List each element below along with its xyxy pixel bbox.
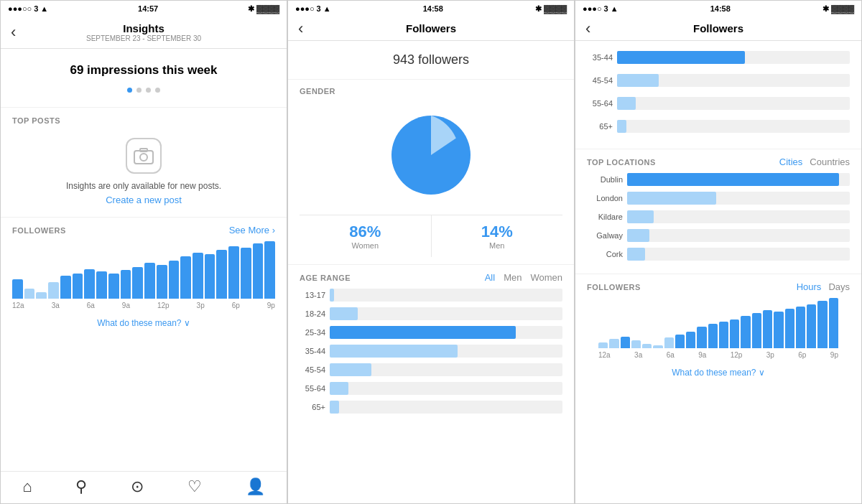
age-bar-row-0: 13-17	[300, 289, 562, 302]
s3-bar-15	[763, 310, 772, 348]
followers-header: FOLLOWERS See More ›	[1, 225, 287, 241]
partial-age-label-0: 35-44	[587, 53, 613, 62]
age-bar-row-5: 55-64	[300, 382, 562, 395]
what-mean-3[interactable]: What do these mean? ∨	[587, 362, 850, 383]
network-3: 3	[604, 4, 608, 13]
bars-1	[12, 241, 275, 299]
age-filter-all[interactable]: All	[485, 272, 495, 283]
age-label-5: 55-64	[300, 384, 325, 393]
home-icon[interactable]: ⌂	[22, 477, 32, 496]
chart-label: 9p	[267, 302, 275, 309]
s3-bar-14	[752, 313, 761, 348]
location-bar-row-4: Cork	[587, 248, 850, 261]
partial-age-section: 35-4445-5455-6465+	[575, 41, 861, 149]
network-1: 3	[34, 4, 38, 13]
age-track-5	[330, 382, 562, 395]
age-bar-row-2: 25-34	[300, 326, 562, 339]
filter-days[interactable]: Days	[828, 281, 850, 292]
svg-point-1	[140, 154, 147, 161]
age-label-6: 65+	[300, 403, 325, 411]
location-fill-4	[627, 248, 645, 261]
s3-chart-label: 9p	[830, 351, 838, 359]
followers-label: FOLLOWERS	[12, 226, 66, 235]
see-more-link[interactable]: See More ›	[229, 225, 275, 235]
back-button-1[interactable]: ‹	[11, 23, 16, 42]
camera-nav-icon[interactable]: ⊙	[131, 477, 144, 496]
s3-bar-5	[653, 345, 662, 348]
men-pct: 14%	[439, 223, 556, 241]
age-range-header: AGE RANGE All Men Women	[300, 272, 562, 283]
gender-section: GENDER 86% Women 14%	[288, 80, 574, 265]
age-track-4	[330, 363, 562, 376]
network-2: 3	[317, 4, 321, 13]
s3-chart-label: 6p	[798, 351, 806, 359]
location-track-2	[627, 210, 850, 223]
partial-age-row-2: 55-64	[587, 97, 850, 110]
age-track-2	[330, 326, 562, 339]
age-bar-row-6: 65+	[300, 401, 562, 414]
bar-3	[48, 282, 59, 299]
top-posts-content: Insights are only available for new post…	[1, 131, 287, 218]
s3-bar-3	[631, 340, 641, 348]
nav-bar-1: ‹ Insights SEPTEMBER 23 - SEPTEMBER 30	[1, 17, 287, 49]
age-filter-men[interactable]: Men	[504, 272, 522, 283]
bar-2	[36, 292, 47, 299]
impressions-section: 69 impressions this week	[1, 49, 287, 108]
age-track-1	[330, 307, 562, 320]
pg-dot-3	[155, 88, 160, 93]
chart-label: 12p	[157, 302, 170, 309]
back-button-3[interactable]: ‹	[585, 19, 590, 38]
locations-filter: Cities Countries	[779, 157, 850, 167]
bar-13	[169, 261, 180, 299]
age-filter-women[interactable]: Women	[530, 272, 562, 283]
age-track-3	[330, 345, 562, 358]
age-fill-1	[330, 307, 358, 320]
partial-age-label-3: 65+	[587, 122, 613, 131]
search-icon[interactable]: ⚲	[75, 477, 87, 496]
location-track-4	[627, 248, 850, 261]
women-pct: 86%	[307, 223, 424, 241]
filter-cities[interactable]: Cities	[779, 157, 803, 167]
status-left-1: ●●●○○ 3 ▲	[8, 4, 48, 13]
battery-3: ▓▓▓▓	[831, 4, 854, 13]
bar-7	[96, 271, 107, 299]
create-post-link[interactable]: Create a new post	[12, 195, 275, 205]
age-bar-row-3: 35-44	[300, 345, 562, 358]
location-fill-0	[627, 173, 839, 186]
filter-countries[interactable]: Countries	[810, 157, 850, 167]
svg-rect-0	[134, 151, 153, 164]
phone-1: ●●●○○ 3 ▲ 14:57 ✱ ▓▓▓▓ ‹ Insights SEPTEM…	[0, 0, 287, 504]
nav-title-2: Followers	[406, 22, 456, 34]
signal-1: ●●●○○	[8, 4, 32, 13]
chart-label: 3a	[52, 302, 60, 309]
bar-11	[144, 263, 155, 299]
s3-chart-labels: 12a3a6a9a12p3p6p9p	[598, 348, 838, 362]
age-fill-6	[330, 401, 339, 414]
what-mean-1[interactable]: What do these mean? ∨	[1, 312, 287, 334]
heart-icon[interactable]: ♡	[187, 477, 202, 496]
bluetooth-2: ✱	[535, 4, 542, 14]
s3-bar-4	[642, 344, 652, 348]
nav-title-3: Followers	[693, 22, 743, 34]
hours-filter: Hours Days	[797, 281, 850, 292]
age-fill-5	[330, 382, 348, 395]
chart-label: 12a	[12, 302, 24, 309]
women-stat: 86% Women	[300, 215, 432, 257]
bar-12	[157, 265, 167, 299]
status-left-2: ●●●○ 3 ▲	[295, 4, 331, 13]
s3-chart-label: 3p	[766, 351, 774, 359]
age-bar-chart: 13-1718-2425-3435-4445-5455-6465+	[300, 289, 562, 414]
filter-hours[interactable]: Hours	[797, 281, 822, 292]
status-right-2: ✱ ▓▓▓▓	[535, 4, 567, 14]
partial-age-fill-3	[617, 120, 626, 133]
bar-15	[193, 253, 203, 299]
back-button-2[interactable]: ‹	[298, 19, 303, 38]
age-track-0	[330, 289, 562, 302]
age-range-label: AGE RANGE	[300, 274, 485, 282]
followers-count: 943 followers	[288, 41, 574, 80]
partial-age-fill-1	[617, 74, 659, 87]
partial-age-fill-2	[617, 97, 636, 110]
pie-chart-container	[300, 101, 562, 209]
nav-bar-2: ‹ Followers	[288, 17, 574, 41]
profile-icon[interactable]: 👤	[246, 477, 265, 496]
